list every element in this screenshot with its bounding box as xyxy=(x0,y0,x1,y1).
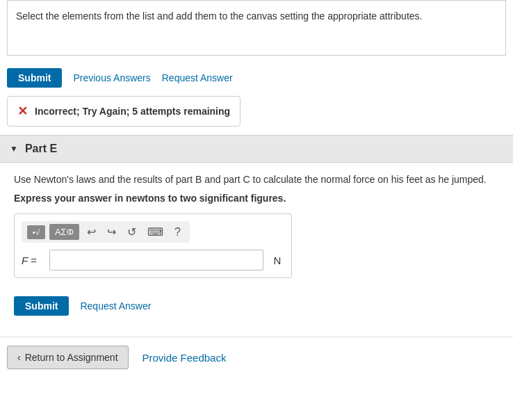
top-action-bar: Submit Previous Answers Request Answer xyxy=(0,63,513,93)
request-answer-link[interactable]: Request Answer xyxy=(162,72,233,83)
instruction-text: Select the elements from the list and ad… xyxy=(16,9,497,24)
equation-row: F = N xyxy=(22,250,284,270)
help-button[interactable]: ? xyxy=(171,225,184,240)
feedback-message: Incorrect; Try Again; 5 attempts remaini… xyxy=(35,106,230,117)
answer-instruction: Express your answer in newtons to two si… xyxy=(14,193,499,204)
footer: ‹ Return to Assignment Provide Feedback xyxy=(0,337,513,378)
incorrect-icon: ✕ xyxy=(17,104,28,119)
equation-input[interactable] xyxy=(49,250,263,270)
equation-label: F = xyxy=(22,255,42,266)
part-e-description: Use Newton's laws and the results of par… xyxy=(14,172,499,187)
bottom-submit-button[interactable]: Submit xyxy=(14,296,69,316)
instruction-box: Select the elements from the list and ad… xyxy=(7,0,506,56)
symbols-button[interactable]: ΑΣΦ xyxy=(49,224,79,240)
bottom-action-bar: Submit Request Answer xyxy=(0,289,513,323)
reset-button[interactable]: ↺ xyxy=(124,224,140,240)
return-icon: ‹ xyxy=(17,352,21,363)
top-submit-button[interactable]: Submit xyxy=(7,68,62,88)
return-label: Return to Assignment xyxy=(25,352,118,363)
collapse-icon[interactable]: ▼ xyxy=(10,144,18,154)
feedback-box: ✕ Incorrect; Try Again; 5 attempts remai… xyxy=(7,96,241,127)
equation-toolbar: ▪√ ΑΣΦ ↩ ↪ ↺ ⌨ ? xyxy=(22,221,190,243)
unit-label: N xyxy=(270,255,284,266)
matrix-icon-button[interactable]: ▪√ xyxy=(27,225,45,239)
keyboard-button[interactable]: ⌨ xyxy=(144,224,167,240)
matrix-icon: ▪√ xyxy=(33,228,40,236)
bottom-request-answer-link[interactable]: Request Answer xyxy=(80,300,151,312)
part-e-body: Use Newton's laws and the results of par… xyxy=(0,163,513,289)
undo-button[interactable]: ↩ xyxy=(83,224,99,240)
redo-button[interactable]: ↪ xyxy=(104,224,120,240)
part-e-header[interactable]: ▼ Part E xyxy=(0,135,513,163)
part-e-title: Part E xyxy=(25,143,57,155)
previous-answers-link[interactable]: Previous Answers xyxy=(73,72,150,83)
provide-feedback-link[interactable]: Provide Feedback xyxy=(142,352,227,364)
return-to-assignment-button[interactable]: ‹ Return to Assignment xyxy=(7,346,129,369)
equation-input-container: ▪√ ΑΣΦ ↩ ↪ ↺ ⌨ ? F = N xyxy=(14,213,292,278)
